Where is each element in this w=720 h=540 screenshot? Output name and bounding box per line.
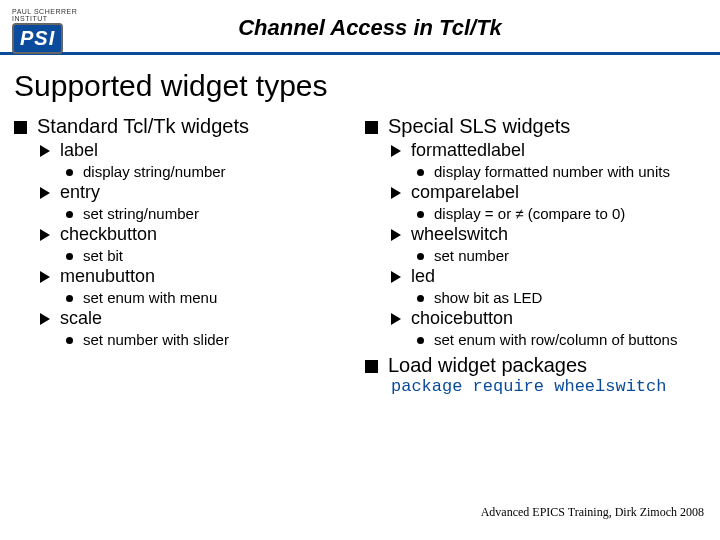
widget-item: comparelabel: [391, 182, 706, 203]
dot-bullet-icon: [66, 295, 73, 302]
widget-desc-text: show bit as LED: [434, 289, 542, 306]
content-columns: Standard Tcl/Tk widgets label display st…: [0, 113, 720, 396]
widget-item: choicebutton: [391, 308, 706, 329]
widget-desc-text: set enum with menu: [83, 289, 217, 306]
footer: Advanced EPICS Training, Dirk Zimoch 200…: [481, 505, 704, 520]
widget-name: entry: [60, 182, 100, 203]
widget-desc: display formatted number with units: [417, 163, 706, 180]
widget-desc-text: display string/number: [83, 163, 226, 180]
widget-name: label: [60, 140, 98, 161]
square-bullet-icon: [365, 121, 378, 134]
dot-bullet-icon: [66, 253, 73, 260]
triangle-bullet-icon: [40, 271, 50, 283]
triangle-bullet-icon: [40, 187, 50, 199]
widget-item: label: [40, 140, 355, 161]
triangle-bullet-icon: [391, 229, 401, 241]
widget-item: scale: [40, 308, 355, 329]
widget-desc-text: set string/number: [83, 205, 199, 222]
left-heading-text: Standard Tcl/Tk widgets: [37, 115, 249, 138]
code-line: package require wheelswitch: [391, 377, 706, 396]
widget-name: menubutton: [60, 266, 155, 287]
square-bullet-icon: [365, 360, 378, 373]
widget-name: comparelabel: [411, 182, 519, 203]
psi-logo: PAUL SCHERRER INSTITUT PSI: [12, 8, 100, 48]
widget-item: led: [391, 266, 706, 287]
widget-desc: set enum with row/column of buttons: [417, 331, 706, 348]
slide-title: Channel Access in Tcl/Tk: [120, 15, 708, 41]
left-heading: Standard Tcl/Tk widgets: [14, 115, 355, 138]
widget-item: formattedlabel: [391, 140, 706, 161]
widget-item: wheelswitch: [391, 224, 706, 245]
widget-desc-text: set bit: [83, 247, 123, 264]
right-heading2-text: Load widget packages: [388, 354, 587, 377]
widget-name: formattedlabel: [411, 140, 525, 161]
widget-item: entry: [40, 182, 355, 203]
dot-bullet-icon: [417, 295, 424, 302]
widget-desc-text: set enum with row/column of buttons: [434, 331, 677, 348]
widget-desc-text: set number with slider: [83, 331, 229, 348]
dot-bullet-icon: [66, 169, 73, 176]
widget-desc: set number with slider: [66, 331, 355, 348]
logo-topline: PAUL SCHERRER INSTITUT: [12, 8, 100, 22]
right-column: Special SLS widgets formattedlabel displ…: [365, 113, 706, 396]
dot-bullet-icon: [417, 211, 424, 218]
dot-bullet-icon: [417, 337, 424, 344]
dot-bullet-icon: [66, 211, 73, 218]
triangle-bullet-icon: [40, 229, 50, 241]
widget-name: led: [411, 266, 435, 287]
right-heading: Special SLS widgets: [365, 115, 706, 138]
triangle-bullet-icon: [391, 271, 401, 283]
widget-desc-text: display formatted number with units: [434, 163, 670, 180]
widget-name: wheelswitch: [411, 224, 508, 245]
square-bullet-icon: [14, 121, 27, 134]
page-title: Supported widget types: [0, 63, 720, 113]
widget-name: checkbutton: [60, 224, 157, 245]
left-column: Standard Tcl/Tk widgets label display st…: [14, 113, 355, 396]
dot-bullet-icon: [66, 337, 73, 344]
widget-desc: set enum with menu: [66, 289, 355, 306]
widget-desc: display = or ≠ (compare to 0): [417, 205, 706, 222]
widget-desc: set bit: [66, 247, 355, 264]
right-heading2: Load widget packages: [365, 354, 706, 377]
widget-desc: set number: [417, 247, 706, 264]
header: PAUL SCHERRER INSTITUT PSI Channel Acces…: [0, 0, 720, 52]
widget-desc-text: set number: [434, 247, 509, 264]
widget-name: scale: [60, 308, 102, 329]
divider: [0, 52, 720, 55]
dot-bullet-icon: [417, 169, 424, 176]
widget-item: checkbutton: [40, 224, 355, 245]
widget-name: choicebutton: [411, 308, 513, 329]
logo-text: PSI: [20, 27, 55, 49]
triangle-bullet-icon: [391, 313, 401, 325]
logo-box: PSI: [12, 23, 63, 54]
widget-desc: show bit as LED: [417, 289, 706, 306]
triangle-bullet-icon: [40, 145, 50, 157]
right-heading-text: Special SLS widgets: [388, 115, 570, 138]
triangle-bullet-icon: [391, 145, 401, 157]
dot-bullet-icon: [417, 253, 424, 260]
triangle-bullet-icon: [40, 313, 50, 325]
widget-desc-text: display = or ≠ (compare to 0): [434, 205, 625, 222]
triangle-bullet-icon: [391, 187, 401, 199]
widget-desc: set string/number: [66, 205, 355, 222]
widget-desc: display string/number: [66, 163, 355, 180]
widget-item: menubutton: [40, 266, 355, 287]
